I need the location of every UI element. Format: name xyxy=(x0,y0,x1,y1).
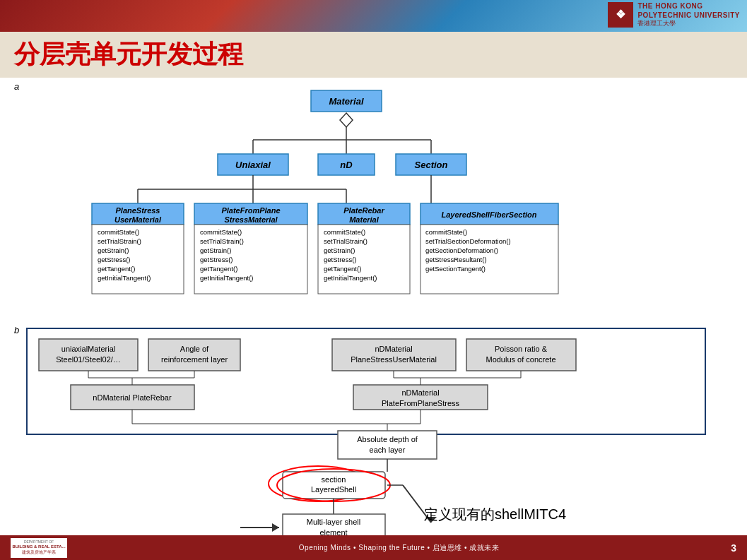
svg-point-101 xyxy=(277,469,390,501)
footer: DEPARTMENT OF BUILDING & REAL ESTA... 建筑… xyxy=(0,535,747,560)
svg-text:each layer: each layer xyxy=(370,446,406,454)
svg-text:Multi-layer shell: Multi-layer shell xyxy=(307,518,360,526)
svg-text:nDMaterial: nDMaterial xyxy=(375,345,412,353)
svg-text:PlaneStress: PlaneStress xyxy=(116,206,160,215)
svg-rect-75 xyxy=(353,385,488,410)
footer-tagline: Opening Minds • Shaping the Future • 启迪思… xyxy=(299,543,500,553)
svg-text:Absolute depth of: Absolute depth of xyxy=(357,435,418,443)
university-logo: ❖ The Hong Kong Polytechnic University 香… xyxy=(608,1,740,28)
svg-text:PlateFromPlaneStress: PlateFromPlaneStress xyxy=(382,399,460,407)
svg-text:PlaneStressUserMaterial: PlaneStressUserMaterial xyxy=(351,355,437,364)
svg-text:Uniaxial: Uniaxial xyxy=(235,160,271,170)
svg-text:getStrain(): getStrain() xyxy=(98,246,129,254)
svg-text:commitState(): commitState() xyxy=(425,228,467,236)
svg-text:Angle of: Angle of xyxy=(180,345,209,353)
dept-line2: BUILDING & REAL ESTA... xyxy=(12,544,65,550)
svg-text:Modulus of concrete: Modulus of concrete xyxy=(486,355,555,364)
svg-text:getSectionTangent(): getSectionTangent() xyxy=(425,265,486,273)
svg-rect-45 xyxy=(318,225,410,294)
label-b: b xyxy=(14,325,19,335)
university-eng-line1: The Hong Kong xyxy=(637,1,740,11)
svg-text:getTangent(): getTangent() xyxy=(324,265,361,273)
svg-rect-2 xyxy=(311,90,382,112)
svg-text:getStressResultant(): getStressResultant() xyxy=(425,256,487,263)
svg-marker-110 xyxy=(272,523,279,532)
svg-rect-54 xyxy=(420,225,558,294)
svg-text:commitState(): commitState() xyxy=(324,228,365,236)
svg-rect-42 xyxy=(318,203,410,225)
svg-text:getTangent(): getTangent() xyxy=(98,265,135,273)
university-name-text: The Hong Kong Polytechnic University 香港理… xyxy=(637,1,740,28)
svg-text:commitState(): commitState() xyxy=(200,228,242,236)
university-chi: 香港理工大學 xyxy=(637,20,740,28)
logo-emblem: ❖ xyxy=(608,2,633,28)
svg-rect-106 xyxy=(283,514,385,537)
svg-text:Poisson ratio &: Poisson ratio & xyxy=(495,345,548,353)
svg-text:getStress(): getStress() xyxy=(98,256,130,263)
svg-text:nDMaterial  PlateRebar: nDMaterial PlateRebar xyxy=(93,393,172,402)
svg-text:section: section xyxy=(322,475,346,484)
svg-text:getStrain(): getStrain() xyxy=(324,246,355,254)
svg-text:❖: ❖ xyxy=(616,8,625,20)
svg-text:Material: Material xyxy=(349,215,380,224)
svg-text:nD: nD xyxy=(340,160,353,170)
svg-rect-32 xyxy=(194,203,307,225)
svg-rect-52 xyxy=(420,203,558,225)
svg-text:PlateFromPlane: PlateFromPlane xyxy=(221,206,280,215)
svg-text:getStrain(): getStrain() xyxy=(200,246,231,254)
svg-text:commitState(): commitState() xyxy=(98,228,139,236)
dept-line3: 建筑及房地产学系 xyxy=(12,550,65,556)
svg-text:StressMaterial: StressMaterial xyxy=(224,215,278,224)
svg-rect-98 xyxy=(283,472,385,499)
svg-rect-73 xyxy=(71,385,194,410)
svg-rect-35 xyxy=(194,225,307,294)
svg-text:getInitialTangent(): getInitialTangent() xyxy=(200,274,254,282)
svg-text:setTrialStrain(): setTrialStrain() xyxy=(200,237,244,245)
svg-text:Section: Section xyxy=(415,160,448,170)
svg-text:Steel01/Steel02/…: Steel01/Steel02/… xyxy=(56,355,121,364)
svg-text:getStress(): getStress() xyxy=(200,256,233,263)
svg-text:getInitialTangent(): getInitialTangent() xyxy=(98,274,151,282)
svg-rect-67 xyxy=(332,339,456,371)
diagram-svg: Material Uniaxial nD Section PlaneStress… xyxy=(0,78,747,537)
svg-text:setTrialSectionDeformation(): setTrialSectionDeformation() xyxy=(425,237,511,245)
svg-rect-70 xyxy=(466,339,576,371)
svg-rect-10 xyxy=(218,154,288,175)
svg-text:getSectionDeformation(): getSectionDeformation() xyxy=(425,246,498,254)
svg-rect-25 xyxy=(92,225,184,294)
svg-line-103 xyxy=(403,485,431,523)
svg-text:LayeredShell: LayeredShell xyxy=(311,485,356,494)
svg-rect-22 xyxy=(92,203,184,225)
svg-text:setTrialStrain(): setTrialStrain() xyxy=(98,237,141,245)
svg-text:reinforcement layer: reinforcement layer xyxy=(161,355,228,364)
dept-logo: DEPARTMENT OF BUILDING & REAL ESTA... 建筑… xyxy=(11,538,67,558)
svg-marker-104 xyxy=(425,517,437,523)
svg-text:getTangent(): getTangent() xyxy=(200,265,237,273)
svg-text:PlateRebar: PlateRebar xyxy=(343,206,384,215)
title-area: 分层壳单元开发过程 xyxy=(0,32,747,78)
svg-text:getInitialTangent(): getInitialTangent() xyxy=(324,274,377,282)
footer-left: DEPARTMENT OF BUILDING & REAL ESTA... 建筑… xyxy=(11,538,67,558)
svg-text:setTrialStrain(): setTrialStrain() xyxy=(324,237,367,245)
svg-rect-93 xyxy=(338,431,437,459)
svg-rect-60 xyxy=(27,328,705,434)
svg-point-97 xyxy=(269,466,367,501)
svg-rect-61 xyxy=(39,339,138,371)
svg-marker-4 xyxy=(340,113,353,127)
svg-text:定义现有的shellMITC4: 定义现有的shellMITC4 xyxy=(424,506,566,522)
label-a: a xyxy=(14,81,19,92)
svg-text:getStress(): getStress() xyxy=(324,256,356,263)
svg-text:uniaxialMaterial: uniaxialMaterial xyxy=(61,345,115,353)
svg-rect-64 xyxy=(148,339,240,371)
svg-rect-12 xyxy=(318,154,375,175)
svg-rect-14 xyxy=(396,154,466,175)
svg-text:nDMaterial: nDMaterial xyxy=(401,388,439,397)
svg-text:Material: Material xyxy=(329,96,364,107)
university-eng-line2: Polytechnic University xyxy=(637,11,740,20)
main-title: 分层壳单元开发过程 xyxy=(14,37,243,72)
svg-text:UserMaterial: UserMaterial xyxy=(114,215,162,224)
footer-page-number: 3 xyxy=(731,542,736,554)
svg-text:LayeredShellFiberSection: LayeredShellFiberSection xyxy=(441,210,536,219)
